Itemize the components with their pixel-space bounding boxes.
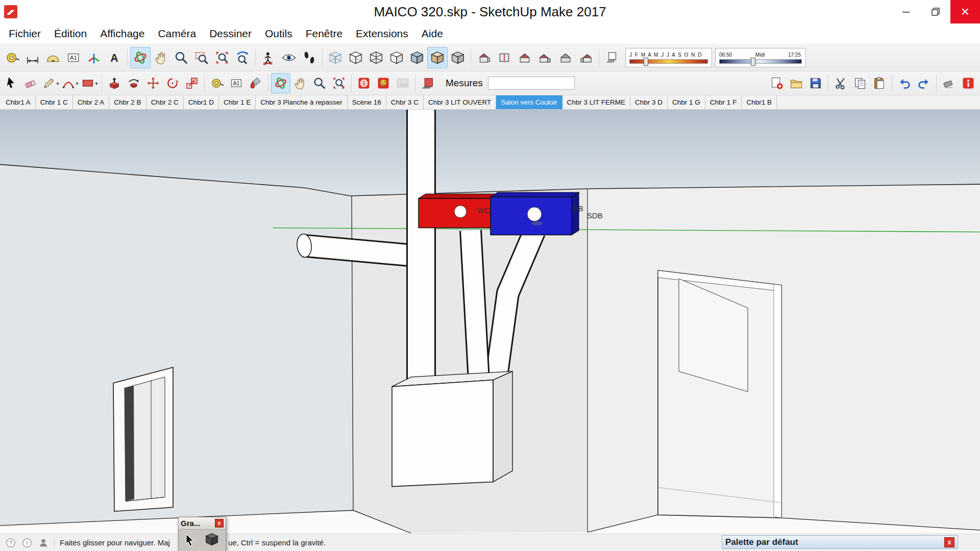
minimize-button[interactable]: ─ [891, 0, 921, 23]
axes-button[interactable] [84, 47, 104, 68]
paste-button[interactable] [870, 73, 889, 93]
shadow-date-handle[interactable] [644, 58, 648, 66]
tape-measure-button[interactable] [2, 47, 22, 68]
dimension-button[interactable] [22, 47, 43, 68]
scene-tab-chbr1-d[interactable]: Chbr1 D [184, 95, 219, 109]
default-tray-bar[interactable]: Palette par défaut x [722, 535, 958, 549]
scene-tab-chbr-3-lit-ouvert[interactable]: Chbr 3 LIT OUVERT [424, 95, 496, 109]
arc-button[interactable]: ▾ [60, 73, 80, 93]
pan-button-2[interactable] [290, 73, 310, 93]
scene-tab-salon-vers-couloir[interactable]: Salon vers Couloir [496, 95, 562, 109]
zoom-extents-button-2[interactable] [329, 73, 349, 93]
rectangle-button[interactable]: ▾ [80, 73, 99, 93]
scene-tab-chbr-1-e[interactable]: Chbr 1 E [219, 95, 256, 109]
text-button[interactable] [63, 47, 84, 68]
scene-tab-chbr-2-b[interactable]: Chbr 2 B [109, 95, 146, 109]
tray-close-button[interactable]: x [944, 537, 954, 547]
select-button[interactable] [2, 73, 21, 93]
add-scene-button[interactable] [767, 73, 787, 93]
menu-dessiner[interactable]: Dessiner [203, 23, 258, 44]
scale-button[interactable] [182, 73, 202, 93]
push-pull-button[interactable] [105, 73, 124, 93]
scene-tab-chbr-1-g[interactable]: Chbr 1 G [668, 95, 705, 109]
help-icon[interactable]: ? [5, 537, 16, 548]
follow-me-button[interactable] [124, 73, 143, 93]
copy-button[interactable] [850, 73, 870, 93]
scene-tab-chbr-1-f[interactable]: Chbr 1 F [705, 95, 742, 109]
protractor-button[interactable] [43, 47, 63, 68]
iso-view-button[interactable] [474, 47, 494, 68]
pan-button[interactable] [151, 47, 171, 68]
monochrome-style-button[interactable] [448, 47, 468, 68]
menu-edition[interactable]: Édition [47, 23, 93, 44]
scene-tab-chbr-3-planche-a-repasser[interactable]: Chbr 3 Planche à repasser [256, 95, 348, 109]
erase-button[interactable] [939, 73, 959, 93]
shaded-style-button[interactable] [407, 47, 427, 68]
floating-panel-close-button[interactable]: x [215, 519, 224, 528]
scene-tab-chbr-1-c[interactable]: Chbr 1 C [36, 95, 73, 109]
3d-text-button[interactable] [104, 47, 125, 68]
geolocation-icon[interactable] [38, 537, 49, 548]
open-button[interactable] [787, 73, 806, 93]
shadow-date-slider[interactable]: J F M A M J J A S O N D [625, 48, 712, 67]
drag-cube-icon[interactable] [204, 532, 219, 547]
orbit-button-2[interactable] [271, 73, 290, 93]
save-button[interactable] [806, 73, 825, 93]
add-location-button[interactable] [354, 73, 374, 93]
scene-tab-chbr-2-a[interactable]: Chbr 2 A [73, 95, 110, 109]
shadow-date-track[interactable] [629, 59, 708, 64]
previous-view-button[interactable] [232, 47, 253, 68]
menu-fichier[interactable]: Fichier [2, 23, 47, 44]
menu-camera[interactable]: Caméra [151, 23, 203, 44]
line-button[interactable]: ▾ [41, 73, 60, 93]
cut-button[interactable] [831, 73, 850, 93]
shadow-time-handle[interactable] [751, 58, 755, 66]
blue-duct-box[interactable] [491, 192, 579, 235]
position-camera-button[interactable] [258, 47, 279, 68]
shadow-time-track[interactable] [719, 59, 802, 64]
viewport[interactable]: WCDBSDB [0, 110, 980, 534]
dropdown-arrow-icon[interactable]: ▾ [95, 81, 97, 86]
shaded-textures-style-button[interactable] [427, 47, 448, 68]
zoom-button-2[interactable] [310, 73, 329, 93]
menu-extensions[interactable]: Extensions [349, 23, 415, 44]
back-view-button[interactable] [555, 47, 576, 68]
info-icon[interactable]: i [21, 537, 33, 548]
back-edges-style-button[interactable] [346, 47, 366, 68]
top-view-button[interactable] [494, 47, 514, 68]
model-info-button[interactable] [959, 73, 978, 93]
menu-aide[interactable]: Aide [415, 23, 450, 44]
zoom-extents-button[interactable] [212, 47, 232, 68]
shadow-time-slider[interactable]: 06:50 Midi 17:25 [715, 48, 806, 67]
shadow-settings-button[interactable] [602, 47, 622, 68]
photo-textures-button[interactable] [393, 73, 412, 93]
undo-button[interactable] [895, 73, 914, 93]
shadows-toggle-button[interactable] [418, 73, 437, 93]
move-button[interactable] [143, 73, 163, 93]
eraser-button[interactable] [21, 73, 41, 93]
viewport-3d-scene[interactable]: WCDBSDB [0, 110, 980, 534]
ventilation-unit[interactable] [392, 371, 512, 487]
front-view-button[interactable] [514, 47, 535, 68]
measurements-input[interactable] [488, 77, 575, 90]
menu-affichage[interactable]: Affichage [93, 23, 151, 44]
look-around-button[interactable] [279, 47, 299, 68]
menu-fenetre[interactable]: Fenêtre [299, 23, 349, 44]
dimension-text-button[interactable] [227, 73, 246, 93]
restore-button[interactable] [921, 0, 950, 23]
dropdown-arrow-icon[interactable]: ▾ [76, 81, 78, 86]
tape-measure-button-2[interactable] [207, 73, 227, 93]
scene-tab-chbr1-a[interactable]: Chbr1 A [1, 95, 36, 109]
xray-style-button[interactable] [325, 47, 346, 68]
scene-tab-chbr-3-lit-ferme[interactable]: Chbr 3 LIT FERME [562, 95, 631, 109]
zoom-window-button[interactable] [191, 47, 212, 68]
walk-button[interactable] [299, 47, 320, 68]
hidden-line-style-button[interactable] [386, 47, 407, 68]
zoom-button[interactable] [171, 47, 191, 68]
right-view-button[interactable] [535, 47, 555, 68]
dropdown-arrow-icon[interactable]: ▾ [56, 81, 59, 86]
toggle-terrain-button[interactable] [374, 73, 393, 93]
scene-tab-scene-16[interactable]: Scène 16 [348, 95, 386, 109]
scene-tab-chbr-2-c[interactable]: Chbr 2 C [146, 95, 184, 109]
paint-bucket-button[interactable] [246, 73, 265, 93]
